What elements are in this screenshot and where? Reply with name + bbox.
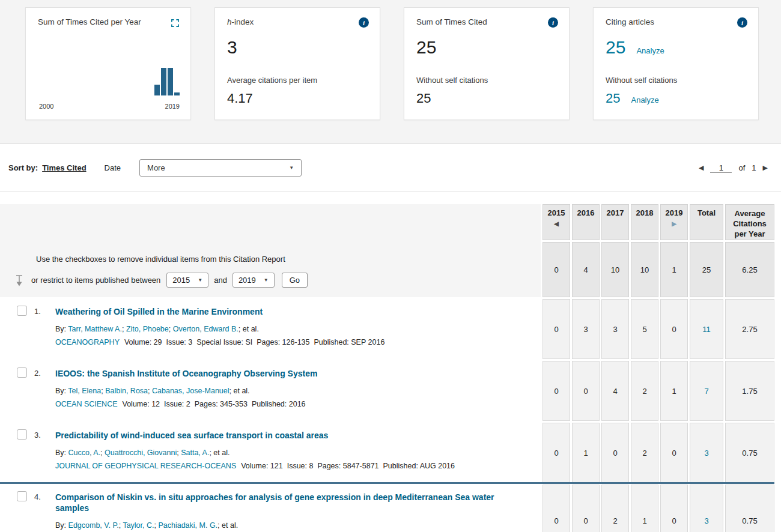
paper-total-link[interactable]: 11	[702, 325, 711, 334]
author-link[interactable]: Edgcomb, V. P.	[68, 521, 119, 530]
year-header: 2016	[572, 204, 600, 240]
paper-item: 4. Comparison of Niskin vs. in situ appr…	[0, 485, 541, 532]
prev-years-button[interactable]: ◀	[554, 220, 559, 227]
paper-meta: Volume: 12 Issue: 2 Pages: 345-353 Publi…	[123, 400, 306, 408]
paper-total-link[interactable]: 7	[704, 387, 708, 396]
next-years-button[interactable]: ▶	[672, 220, 676, 227]
avg-citations-label: Average citations per item	[227, 76, 369, 85]
report-controls-panel: Use the checkboxes to remove individual …	[0, 204, 541, 297]
paper-year-cell: 0	[542, 361, 570, 421]
pagination: ◀ of 1 ▶	[699, 163, 768, 173]
journal-link[interactable]: OCEANOGRAPHY	[55, 338, 120, 346]
paper-number: 4.	[34, 492, 41, 501]
sum-times-cited-value: 25	[416, 37, 558, 58]
paper-title-link[interactable]: IEOOS: the Spanish Institute of Oceanogr…	[55, 368, 317, 379]
page-number-input[interactable]	[710, 163, 732, 173]
journal-link[interactable]: JOURNAL OF GEOPHYSICAL RESEARCH-OCEANS	[55, 462, 236, 470]
paper-checkbox[interactable]	[17, 491, 27, 501]
more-dropdown-value: More	[147, 163, 165, 172]
author-link[interactable]: Zito, Phoebe	[126, 325, 169, 333]
sort-times-cited-link[interactable]: Times Cited	[42, 163, 86, 172]
author-link[interactable]: Tel, Elena	[68, 387, 101, 395]
analyze-citing-articles-link[interactable]: Analyze	[636, 46, 664, 55]
from-year-select[interactable]: 2015 ▼	[166, 273, 208, 288]
of-label: of	[738, 163, 745, 172]
author-link[interactable]: Overton, Edward B.	[173, 325, 239, 333]
author-link[interactable]: Tarr, Matthew A.	[68, 325, 122, 333]
paper-total-link[interactable]: 3	[704, 449, 708, 458]
without-self-citations-value: 25	[416, 91, 558, 106]
paper-avg-cell: 0.75	[725, 423, 774, 483]
by-label: By:	[55, 449, 68, 457]
paper-year-cell: 4	[601, 361, 629, 421]
info-icon[interactable]: i	[737, 17, 747, 28]
author-link[interactable]: Pachiadaki, M. G.	[158, 521, 217, 530]
checkbox-help-text: Use the checkboxes to remove individual …	[36, 255, 285, 264]
paper-checkbox[interactable]	[17, 429, 27, 440]
paper-content: IEOOS: the Spanish Institute of Oceanogr…	[55, 361, 541, 408]
expand-icon[interactable]	[171, 19, 180, 30]
analyze-without-self-link[interactable]: Analyze	[631, 95, 658, 104]
paper-number: 3.	[34, 431, 41, 440]
go-button[interactable]: Go	[282, 273, 308, 288]
info-icon[interactable]: i	[359, 17, 369, 28]
paper-year-cell: 0	[542, 485, 570, 532]
paper-year-cell: 0	[542, 299, 570, 359]
sort-date-link[interactable]: Date	[105, 163, 121, 172]
totals-year-cell: 1	[660, 242, 688, 297]
h-index-italic: h	[227, 17, 232, 26]
without-self-citations-label: Without self citations	[416, 76, 558, 85]
paper-avg-cell: 1.75	[725, 361, 774, 421]
paper-year-cell: 2	[631, 361, 658, 421]
sort-by-label: Sort by:	[8, 163, 38, 172]
info-icon[interactable]: i	[548, 17, 558, 28]
totals-year-cell: 4	[572, 242, 600, 297]
paper-total-link[interactable]: 3	[704, 516, 708, 525]
author-link[interactable]: Quattrocchi, Giovanni	[105, 449, 177, 457]
paper-journal-line: OCEAN SCIENCEVolume: 12 Issue: 2 Pages: …	[55, 400, 517, 408]
paper-year-cell: 1	[631, 485, 658, 532]
paper-title-link[interactable]: Predictability of wind-induced sea surfa…	[55, 430, 328, 441]
author-link[interactable]: Cabanas, Jose-Manuel	[152, 387, 229, 395]
card-header: Citing articles i	[606, 17, 747, 28]
card-title: Sum of Times Cited per Year	[38, 17, 141, 26]
card-header: Sum of Times Cited i	[416, 17, 558, 28]
prev-page-button[interactable]: ◀	[699, 164, 704, 172]
paper-item: 1. Weathering of Oil Spilled in the Mari…	[0, 299, 541, 359]
year-header: 2019 ▶	[660, 204, 688, 240]
restrict-label: or restrict to items published between	[31, 276, 160, 285]
paper-authors-line: By: Cucco, A.; Quattrocchi, Giovanni; Sa…	[55, 449, 517, 457]
paper-title-link[interactable]: Weathering of Oil Spilled in the Marine …	[55, 306, 263, 317]
chevron-down-icon: ▼	[198, 277, 202, 283]
paper-year-cell: 2	[601, 485, 629, 532]
paper-title-link[interactable]: Comparison of Niskin vs. in situ approac…	[55, 492, 517, 513]
author-link[interactable]: Satta, A.	[181, 449, 209, 457]
citation-report-page: { "colors": { "accent": "#00789B", "titl…	[0, 0, 781, 532]
avg-citations-value: 4.17	[227, 91, 369, 106]
year-header-label: 2015	[548, 208, 565, 217]
by-label: By:	[55, 325, 68, 333]
author-link[interactable]: Cucco, A.	[68, 449, 101, 457]
etal-label: ; et al.	[239, 325, 259, 333]
avg-citations-header: Average Citations per Year	[725, 204, 774, 240]
restrict-arrow-icon	[14, 274, 24, 287]
paper-checkbox[interactable]	[17, 306, 27, 316]
year-header-label: 2017	[607, 208, 624, 217]
next-page-button[interactable]: ▶	[763, 164, 768, 172]
author-link[interactable]: Balbin, Rosa	[105, 387, 148, 395]
and-label: and	[214, 276, 227, 285]
x-min-label: 2000	[39, 103, 53, 110]
chart-bar	[168, 68, 173, 95]
paper-journal-line: OCEANOGRAPHYVolume: 29 Issue: 3 Special …	[55, 338, 517, 346]
paper-authors-line: By: Tel, Elena; Balbin, Rosa; Cabanas, J…	[55, 387, 517, 395]
text-separator: ;	[148, 387, 152, 395]
metrics-panel: Sum of Times Cited per Year 2000 2019 h-…	[0, 0, 781, 144]
paper-checkbox[interactable]	[17, 367, 27, 378]
year-header-label: 2019	[666, 208, 683, 217]
paper-number: 1.	[34, 307, 41, 316]
paper-content: Predictability of wind-induced sea surfa…	[55, 423, 541, 470]
author-link[interactable]: Taylor, C.	[123, 521, 154, 530]
journal-link[interactable]: OCEAN SCIENCE	[55, 400, 118, 408]
to-year-select[interactable]: 2019 ▼	[232, 273, 275, 288]
sort-more-dropdown[interactable]: More ▼	[139, 159, 302, 177]
